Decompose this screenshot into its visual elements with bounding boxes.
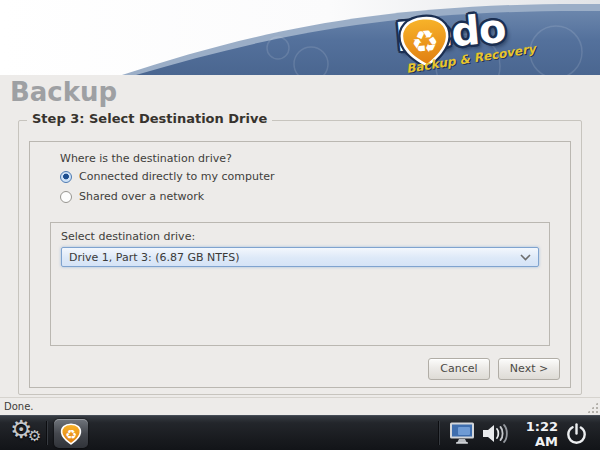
settings-gears-icon[interactable]: ⚙ ⚙ [8,416,46,450]
display-icon[interactable] [449,422,477,445]
redo-app-taskbar-button[interactable]: ♻ [54,419,88,448]
trademark-symbol: ™ [578,0,586,4]
taskbar-separator [438,421,439,445]
radio-button-icon [60,171,72,183]
gear-icon-small: ⚙ [28,427,41,445]
power-icon[interactable] [564,421,589,446]
destination-question-label: Where is the destination drive? [60,152,232,165]
redo-shield-icon-small: ♻ [59,421,83,447]
step-legend: Step 3: Select Destination Drive [27,111,272,126]
clock-time: 1:22 AM [508,419,558,449]
radio-label: Connected directly to my computer [79,170,275,183]
drive-select-dropdown[interactable]: Drive 1, Part 3: (6.87 GB NTFS) [61,247,539,267]
radio-button-icon [60,191,72,203]
radio-shared-network[interactable]: Shared over a network [60,190,204,203]
status-bar: Done. [0,397,600,415]
recycle-icon: ♻ [410,23,441,61]
recycle-icon: ♻ [65,426,77,441]
status-text: Done. [4,401,34,412]
drive-select-value: Drive 1, Part 3: (6.87 GB NTFS) [69,251,239,264]
cancel-button[interactable]: Cancel [428,358,490,380]
content-panel: Where is the destination drive? Connecte… [29,141,571,388]
drive-select-group: Select destination drive: Drive 1, Part … [50,222,550,346]
taskbar-clock: 1:22 AM Fri, Apr 20 [508,419,558,450]
resize-grip[interactable] [586,401,599,414]
taskbar: ⚙ ⚙ ♻ 1:22 AM Fri, Apr 20 [0,415,600,450]
next-button[interactable]: Next > [498,358,560,380]
backup-window: Backup Step 3: Select Destination Drive … [0,75,600,397]
page-title: Backup [10,77,117,107]
radio-label: Shared over a network [79,190,204,203]
step-fieldset: Step 3: Select Destination Drive Where i… [18,120,582,395]
radio-connected-directly[interactable]: Connected directly to my computer [60,170,275,183]
drive-select-label: Select destination drive: [61,230,195,243]
volume-icon[interactable] [482,423,510,444]
header-banner: Redo ♻ ™ Backup & Recovery [0,0,600,75]
taskbar-separator [46,421,47,445]
chevron-down-icon [520,254,531,261]
